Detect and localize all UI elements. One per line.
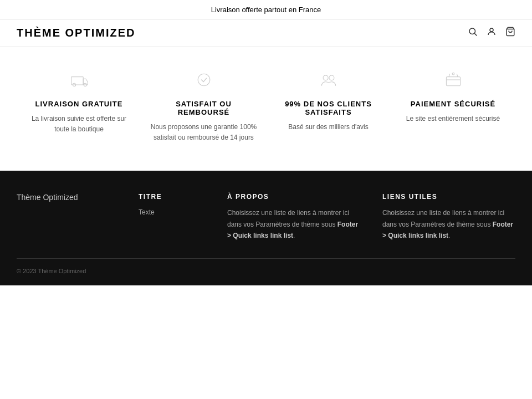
feature-title-4: PAIEMENT SÉCURISÉ <box>399 100 507 108</box>
banner-text: Livraison offerte partout en France <box>211 6 321 14</box>
feature-title-3: 99% DE NOS CLIENTS SATISFAITS <box>274 100 382 116</box>
footer-liens-text: Choisissez une liste de liens à montrer … <box>382 207 515 241</box>
svg-point-2 <box>490 28 493 32</box>
feature-item-1: LIVRAISON GRATUITE La livraison suivie e… <box>17 69 141 135</box>
svg-point-0 <box>469 28 475 34</box>
footer-titre-col: TITRE Texte <box>139 193 205 241</box>
footer-copyright: © 2023 Thème Optimized <box>17 268 86 274</box>
feature-title-1: LIVRAISON GRATUITE <box>25 100 133 108</box>
delivery-icon <box>68 69 90 91</box>
site-logo[interactable]: THÈME OPTIMIZED <box>17 27 135 39</box>
footer-titre-link[interactable]: Texte <box>139 208 155 216</box>
footer-bottom: © 2023 Thème Optimized <box>17 258 515 274</box>
svg-line-1 <box>474 33 477 35</box>
svg-point-10 <box>452 73 454 75</box>
payment-icon <box>442 69 464 91</box>
feature-title-2: SATISFAIT OU REMBOURSÉ <box>150 100 258 116</box>
footer-liens-title: LIENS UTILES <box>382 193 515 201</box>
top-banner: Livraison offerte partout en France <box>0 0 532 20</box>
feature-desc-1: La livraison suivie est offerte sur tout… <box>25 114 133 135</box>
svg-point-8 <box>329 75 334 80</box>
clients-icon <box>318 69 340 91</box>
refund-icon <box>193 69 215 91</box>
feature-item-4: PAIEMENT SÉCURISÉ Le site est entièremen… <box>391 69 515 124</box>
footer-liens-after: . <box>448 232 450 239</box>
search-icon[interactable] <box>468 27 478 39</box>
footer-apropos-text: Choisissez une liste de liens à montrer … <box>227 207 360 241</box>
svg-point-7 <box>323 75 328 80</box>
footer-brand-col: Thème Optimized <box>17 193 116 241</box>
footer-apropos-title: À PROPOS <box>227 193 360 201</box>
feature-desc-2: Nous proposons une garantie 100% satisfa… <box>150 122 258 143</box>
cart-icon[interactable] <box>505 27 515 39</box>
footer-top: Thème Optimized TITRE Texte À PROPOS Cho… <box>17 193 515 258</box>
header: THÈME OPTIMIZED <box>0 20 532 47</box>
feature-desc-3: Basé sur des milliers d'avis <box>274 122 382 132</box>
footer: Thème Optimized TITRE Texte À PROPOS Cho… <box>0 171 532 285</box>
footer-titre-title: TITRE <box>139 193 205 201</box>
footer-brand-name: Thème Optimized <box>17 193 116 202</box>
feature-item-2: SATISFAIT OU REMBOURSÉ Nous proposons un… <box>141 69 266 143</box>
footer-apropos-col: À PROPOS Choisissez une liste de liens à… <box>227 193 360 241</box>
footer-apropos-after: . <box>293 232 295 239</box>
account-icon[interactable] <box>487 27 497 39</box>
feature-item-3: 99% DE NOS CLIENTS SATISFAITS Basé sur d… <box>266 69 391 132</box>
footer-apropos-before: Choisissez une liste de liens à montrer … <box>227 209 349 228</box>
features-section: LIVRAISON GRATUITE La livraison suivie e… <box>0 47 532 171</box>
feature-desc-4: Le site est entièrement sécurisé <box>399 114 507 124</box>
header-icons <box>468 27 515 39</box>
footer-liens-col: LIENS UTILES Choisissez une liste de lie… <box>382 193 515 241</box>
svg-rect-9 <box>446 77 460 86</box>
footer-liens-before: Choisissez une liste de liens à montrer … <box>382 209 504 228</box>
